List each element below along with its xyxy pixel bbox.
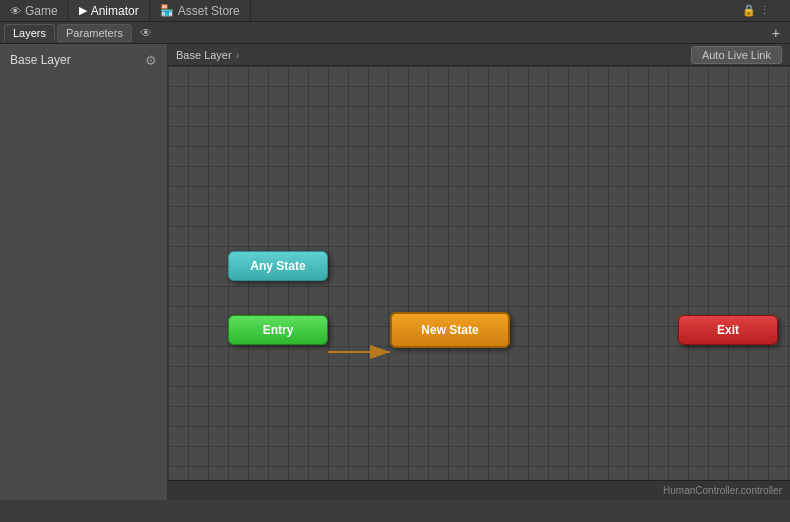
gear-icon[interactable]: ⚙ — [145, 53, 157, 68]
breadcrumb-separator: › — [236, 49, 240, 61]
canvas-wrapper: Base Layer › Auto Live Link Any State — [168, 44, 790, 500]
tab-animator[interactable]: ▶ Animator — [69, 0, 150, 21]
main-layout: Base Layer ⚙ Base Layer › Auto Live Link — [0, 44, 790, 500]
node-any-state[interactable]: Any State — [228, 251, 328, 281]
tab-parameters[interactable]: Parameters — [57, 24, 132, 42]
any-state-label: Any State — [250, 259, 305, 273]
parameters-tab-label: Parameters — [66, 27, 123, 39]
sidebar-item-label: Base Layer — [10, 53, 71, 67]
node-entry[interactable]: Entry — [228, 315, 328, 345]
status-text: HumanController.controller — [663, 485, 782, 496]
auto-live-link-button[interactable]: Auto Live Link — [691, 46, 782, 64]
title-bar: 👁 Game ▶ Animator 🏪 Asset Store 🔒 ⋮ — [0, 0, 790, 22]
node-exit[interactable]: Exit — [678, 315, 778, 345]
new-state-label: New State — [421, 323, 478, 337]
tab-game[interactable]: 👁 Game — [0, 0, 69, 21]
exit-label: Exit — [717, 323, 739, 337]
tab-asset-store-label: Asset Store — [178, 4, 240, 18]
tab-layers[interactable]: Layers — [4, 24, 55, 42]
asset-store-icon: 🏪 — [160, 4, 174, 17]
sidebar: Base Layer ⚙ — [0, 44, 168, 500]
game-icon: 👁 — [10, 5, 21, 17]
tab-asset-store[interactable]: 🏪 Asset Store — [150, 0, 251, 21]
sub-toolbar: Layers Parameters 👁 + — [0, 22, 790, 44]
grid-canvas[interactable]: Any State Entry New State Exit — [168, 66, 790, 480]
lock-icon: 🔒 ⋮ — [742, 4, 770, 17]
entry-label: Entry — [263, 323, 294, 337]
arrow-svg — [168, 88, 790, 502]
tab-animator-label: Animator — [91, 4, 139, 18]
breadcrumb-label: Base Layer — [176, 49, 232, 61]
eye-icon[interactable]: 👁 — [134, 24, 158, 42]
node-new-state[interactable]: New State — [390, 312, 510, 348]
animator-icon: ▶ — [79, 4, 87, 17]
sidebar-item-base-layer[interactable]: Base Layer ⚙ — [0, 44, 167, 76]
breadcrumb-bar: Base Layer › Auto Live Link — [168, 44, 790, 66]
layers-tab-label: Layers — [13, 27, 46, 39]
add-layer-button[interactable]: + — [766, 22, 786, 44]
status-bar: HumanController.controller — [168, 480, 790, 500]
tab-game-label: Game — [25, 4, 58, 18]
